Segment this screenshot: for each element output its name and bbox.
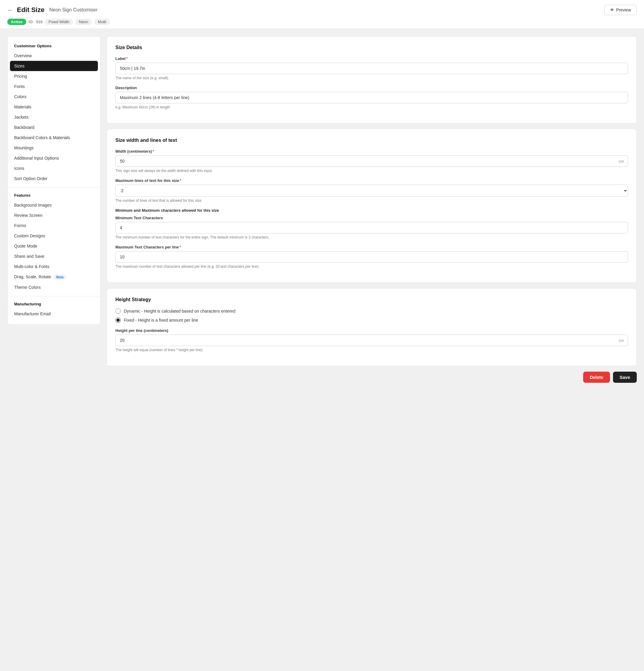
min-max-section-title: Minimum and Maximum characters allowed f…	[115, 208, 628, 213]
back-icon: ←	[7, 7, 13, 14]
size-details-title: Size Details	[115, 45, 628, 50]
sidebar-item-sort-option[interactable]: Sort Option Order	[8, 174, 100, 184]
size-details-card: Size Details Label* The name of the size…	[106, 36, 637, 124]
sidebar-item-background-images[interactable]: Background Images	[8, 200, 100, 210]
sidebar-item-backboard-colors[interactable]: Backboard Colors & Materials	[8, 132, 100, 143]
sidebar-divider-2	[8, 296, 100, 296]
max-chars-input[interactable]	[115, 251, 628, 263]
max-chars-required: *	[179, 245, 181, 249]
header: ← Edit Size Neon Sign Customiser 👁 Previ…	[0, 0, 644, 29]
width-input[interactable]	[115, 155, 628, 167]
features-section-title: Features	[8, 191, 100, 200]
sidebar-item-custom-designs[interactable]: Custom Designs	[8, 231, 100, 241]
sidebar-item-additional-input[interactable]: Additional Input Options	[8, 153, 100, 163]
sidebar-item-overview[interactable]: Overview	[8, 51, 100, 61]
sidebar-item-forms[interactable]: Forms	[8, 220, 100, 231]
max-lines-select[interactable]: 1 2 3 4	[115, 185, 628, 197]
manufacturing-section-title: Manufacturing	[8, 300, 100, 309]
preview-button[interactable]: 👁 Preview	[604, 5, 637, 15]
bottom-bar: Delete Save	[106, 372, 637, 383]
description-group: Description e.g. Maximum 60cm (2ft) in l…	[115, 86, 628, 109]
height-strategy-card: Height Strategy Dynamic - Height is calc…	[106, 288, 637, 366]
header-top: ← Edit Size Neon Sign Customiser 👁 Previ…	[7, 5, 637, 15]
width-unit: cm	[619, 159, 624, 164]
min-chars-label: Minimum Text Characters	[115, 216, 628, 220]
sidebar-item-mountings[interactable]: Mountings	[8, 143, 100, 153]
sidebar-item-materials[interactable]: Materials	[8, 102, 100, 112]
main-content: Size Details Label* The name of the size…	[106, 36, 637, 383]
radio-fixed-text: Fixed - Height is a fixed amount per lin…	[124, 318, 198, 322]
header-left: ← Edit Size Neon Sign Customiser	[7, 6, 98, 14]
height-per-line-hint: The height will equal (number of lines *…	[115, 348, 628, 352]
label-required: *	[126, 56, 128, 61]
sidebar-item-fonts[interactable]: Fonts	[8, 81, 100, 91]
save-button[interactable]: Save	[613, 372, 637, 383]
description-hint: e.g. Maximum 60cm (2ft) in length	[115, 105, 628, 109]
sidebar-item-share-save[interactable]: Share and Save	[8, 251, 100, 262]
height-per-line-label: Height per line (centimeters)	[115, 328, 628, 333]
sidebar-item-colors[interactable]: Colors	[8, 91, 100, 102]
label-input[interactable]	[115, 63, 628, 74]
sidebar-item-quote-mode[interactable]: Quote Mode	[8, 241, 100, 251]
label-label: Label*	[115, 56, 628, 61]
page-title: Edit Size	[17, 6, 45, 14]
min-chars-hint: The minimum number of text characters fo…	[115, 235, 628, 239]
max-lines-hint: The number of lines of text that is allo…	[115, 199, 628, 203]
size-width-card: Size width and lines of text Width (cent…	[106, 129, 637, 283]
max-lines-group: Maximum lines of text for this size* 1 2…	[115, 178, 628, 203]
max-chars-group: Maximum Text Characters per line* The ma…	[115, 245, 628, 269]
min-chars-input[interactable]	[115, 222, 628, 233]
id-label: ID:	[29, 20, 34, 24]
header-tags: Active ID: 918 Fixed Width Neon Multi	[7, 19, 637, 29]
sidebar-divider-1	[8, 187, 100, 188]
sidebar-item-jackets[interactable]: Jackets	[8, 112, 100, 122]
page-subtitle: Neon Sign Customiser	[49, 7, 98, 13]
sidebar-item-theme-colors[interactable]: Theme Colors	[8, 282, 100, 292]
fixed-width-tag: Fixed Width	[45, 19, 73, 25]
max-chars-label: Maximum Text Characters per line*	[115, 245, 628, 249]
max-chars-hint: The maximum number of text characters al…	[115, 264, 628, 269]
sidebar-item-multicolor-fonts[interactable]: Multi-color & Fonts	[8, 262, 100, 272]
description-input[interactable]	[115, 92, 628, 103]
width-input-wrapper: cm	[115, 155, 628, 167]
min-chars-group: Minimum Text Characters The minimum numb…	[115, 216, 628, 239]
sidebar-item-manufacturer-email[interactable]: Manufacturer Email	[8, 309, 100, 319]
description-label: Description	[115, 86, 628, 90]
preview-icon: 👁	[610, 8, 614, 12]
radio-dynamic-text: Dynamic - Height is calculated based on …	[124, 309, 235, 314]
preview-label: Preview	[616, 8, 631, 12]
width-group: Width (centimeters)* cm This sign size w…	[115, 149, 628, 173]
id-value: 918	[36, 20, 43, 24]
radio-fixed-label[interactable]: Fixed - Height is a fixed amount per lin…	[115, 317, 628, 323]
sidebar-item-pricing[interactable]: Pricing	[8, 71, 100, 81]
max-lines-required: *	[180, 178, 181, 183]
radio-fixed[interactable]	[115, 317, 121, 323]
height-strategy-title: Height Strategy	[115, 297, 628, 302]
size-width-title: Size width and lines of text	[115, 138, 628, 143]
multi-tag: Multi	[94, 19, 110, 25]
radio-dynamic[interactable]	[115, 308, 121, 314]
beta-badge: Beta	[54, 275, 66, 279]
delete-button[interactable]: Delete	[583, 372, 610, 383]
height-strategy-radio-group: Dynamic - Height is calculated based on …	[115, 308, 628, 323]
label-group: Label* The name of the size (e.g. small)…	[115, 56, 628, 80]
sidebar-item-review-screen[interactable]: Review Screen	[8, 210, 100, 220]
sidebar-item-drag-scale-rotate[interactable]: Drag, Scale, Rotate Beta	[8, 272, 100, 282]
customiser-section-title: Customiser Options	[8, 42, 100, 51]
label-hint: The name of the size (e.g. small).	[115, 76, 628, 80]
radio-dynamic-label[interactable]: Dynamic - Height is calculated based on …	[115, 308, 628, 314]
height-per-line-group: Height per line (centimeters) cm The hei…	[115, 328, 628, 352]
height-per-line-unit: cm	[619, 338, 624, 343]
height-per-line-input-wrapper: cm	[115, 334, 628, 346]
back-button[interactable]: ←	[7, 7, 13, 14]
width-hint: This sign size will always be the width …	[115, 169, 628, 173]
sidebar-item-icons[interactable]: Icons	[8, 163, 100, 174]
sidebar: Customiser Options Overview Sizes Pricin…	[7, 36, 101, 325]
neon-tag: Neon	[75, 19, 92, 25]
max-lines-label: Maximum lines of text for this size*	[115, 178, 628, 183]
width-label: Width (centimeters)*	[115, 149, 628, 154]
sidebar-item-backboard[interactable]: Backboard	[8, 122, 100, 132]
height-per-line-input[interactable]	[115, 334, 628, 346]
width-required: *	[152, 149, 154, 154]
sidebar-item-sizes[interactable]: Sizes	[10, 61, 98, 71]
